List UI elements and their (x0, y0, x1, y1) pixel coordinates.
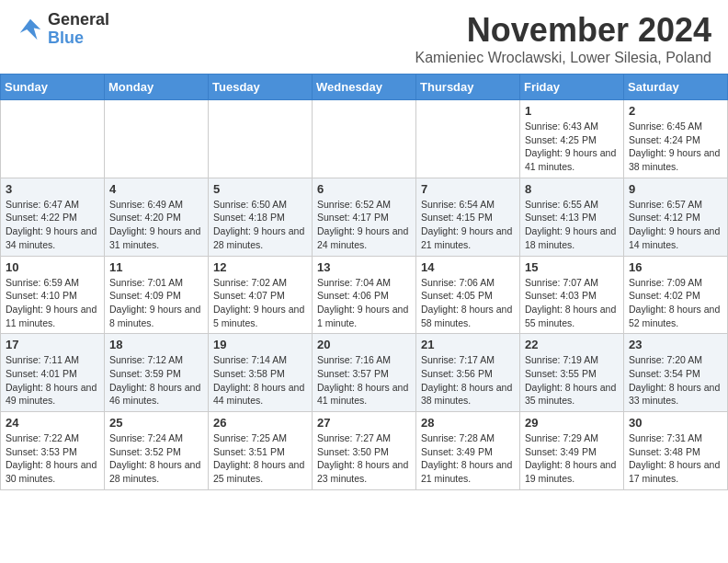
calendar-table: SundayMondayTuesdayWednesdayThursdayFrid… (0, 74, 728, 490)
calendar-header-monday: Monday (105, 75, 209, 100)
day-info: Sunrise: 6:45 AM Sunset: 4:24 PM Dayligh… (629, 120, 722, 174)
day-info: Sunrise: 6:47 AM Sunset: 4:22 PM Dayligh… (6, 198, 99, 252)
day-number: 5 (213, 182, 307, 196)
day-number: 3 (6, 182, 99, 196)
calendar-day-28: 28Sunrise: 7:28 AM Sunset: 3:49 PM Dayli… (416, 412, 520, 490)
logo-text: General Blue (48, 11, 109, 48)
day-info: Sunrise: 6:49 AM Sunset: 4:20 PM Dayligh… (109, 198, 203, 252)
calendar-empty (1, 100, 105, 178)
day-info: Sunrise: 7:25 AM Sunset: 3:51 PM Dayligh… (213, 431, 307, 486)
day-info: Sunrise: 6:50 AM Sunset: 4:18 PM Dayligh… (213, 198, 307, 252)
day-info: Sunrise: 6:55 AM Sunset: 4:13 PM Dayligh… (525, 198, 619, 252)
day-info: Sunrise: 7:17 AM Sunset: 3:56 PM Dayligh… (421, 353, 515, 408)
day-number: 22 (525, 338, 619, 351)
calendar-day-12: 12Sunrise: 7:02 AM Sunset: 4:07 PM Dayli… (209, 256, 313, 334)
logo: General Blue (17, 11, 109, 48)
day-number: 1 (525, 104, 619, 118)
day-number: 16 (629, 260, 722, 274)
day-number: 2 (629, 104, 722, 118)
calendar-day-25: 25Sunrise: 7:24 AM Sunset: 3:52 PM Dayli… (105, 412, 209, 490)
logo-general: General (48, 11, 109, 29)
day-info: Sunrise: 7:19 AM Sunset: 3:55 PM Dayligh… (525, 353, 619, 408)
header: General Blue November 2024 Kamieniec Wro… (0, 0, 728, 74)
calendar-empty (209, 100, 313, 178)
calendar-day-18: 18Sunrise: 7:12 AM Sunset: 3:59 PM Dayli… (105, 334, 209, 412)
day-info: Sunrise: 6:43 AM Sunset: 4:25 PM Dayligh… (525, 120, 619, 174)
day-number: 29 (525, 416, 619, 430)
day-number: 10 (6, 260, 99, 274)
day-number: 8 (525, 182, 619, 196)
calendar-day-22: 22Sunrise: 7:19 AM Sunset: 3:55 PM Dayli… (520, 334, 624, 412)
calendar-week-5: 24Sunrise: 7:22 AM Sunset: 3:53 PM Dayli… (1, 412, 728, 490)
calendar-day-26: 26Sunrise: 7:25 AM Sunset: 3:51 PM Dayli… (209, 412, 313, 490)
calendar-day-30: 30Sunrise: 7:31 AM Sunset: 3:48 PM Dayli… (624, 412, 728, 490)
calendar-header-wednesday: Wednesday (313, 75, 416, 100)
calendar-day-24: 24Sunrise: 7:22 AM Sunset: 3:53 PM Dayli… (1, 412, 105, 490)
calendar-week-1: 1Sunrise: 6:43 AM Sunset: 4:25 PM Daylig… (1, 100, 728, 178)
calendar-day-15: 15Sunrise: 7:07 AM Sunset: 4:03 PM Dayli… (520, 256, 624, 334)
day-info: Sunrise: 6:52 AM Sunset: 4:17 PM Dayligh… (317, 198, 411, 252)
calendar-day-11: 11Sunrise: 7:01 AM Sunset: 4:09 PM Dayli… (105, 256, 209, 334)
day-info: Sunrise: 7:29 AM Sunset: 3:49 PM Dayligh… (525, 431, 619, 486)
calendar-day-13: 13Sunrise: 7:04 AM Sunset: 4:06 PM Dayli… (313, 256, 416, 334)
calendar-day-14: 14Sunrise: 7:06 AM Sunset: 4:05 PM Dayli… (416, 256, 520, 334)
day-number: 11 (109, 260, 203, 274)
calendar-header-friday: Friday (520, 75, 624, 100)
calendar-day-2: 2Sunrise: 6:45 AM Sunset: 4:24 PM Daylig… (624, 100, 728, 178)
day-info: Sunrise: 6:54 AM Sunset: 4:15 PM Dayligh… (421, 198, 515, 252)
day-info: Sunrise: 7:24 AM Sunset: 3:52 PM Dayligh… (109, 431, 203, 486)
day-info: Sunrise: 6:59 AM Sunset: 4:10 PM Dayligh… (6, 276, 99, 330)
day-number: 14 (421, 260, 515, 274)
calendar-empty (313, 100, 416, 178)
day-info: Sunrise: 7:20 AM Sunset: 3:54 PM Dayligh… (629, 353, 722, 408)
calendar-day-23: 23Sunrise: 7:20 AM Sunset: 3:54 PM Dayli… (624, 334, 728, 412)
day-number: 12 (213, 260, 307, 274)
calendar-week-4: 17Sunrise: 7:11 AM Sunset: 4:01 PM Dayli… (1, 334, 728, 412)
day-info: Sunrise: 7:01 AM Sunset: 4:09 PM Dayligh… (109, 276, 203, 330)
calendar-day-27: 27Sunrise: 7:27 AM Sunset: 3:50 PM Dayli… (313, 412, 416, 490)
day-info: Sunrise: 7:02 AM Sunset: 4:07 PM Dayligh… (213, 276, 307, 330)
day-number: 21 (421, 338, 515, 351)
day-number: 7 (421, 182, 515, 196)
calendar-day-19: 19Sunrise: 7:14 AM Sunset: 3:58 PM Dayli… (209, 334, 313, 412)
calendar-header-saturday: Saturday (624, 75, 728, 100)
calendar-day-5: 5Sunrise: 6:50 AM Sunset: 4:18 PM Daylig… (209, 178, 313, 256)
day-number: 24 (6, 416, 99, 430)
day-number: 6 (317, 182, 411, 196)
day-info: Sunrise: 7:14 AM Sunset: 3:58 PM Dayligh… (213, 353, 307, 408)
svg-marker-0 (20, 19, 41, 40)
day-number: 28 (421, 416, 515, 430)
calendar-day-20: 20Sunrise: 7:16 AM Sunset: 3:57 PM Dayli… (313, 334, 416, 412)
month-title: November 2024 (415, 11, 711, 50)
calendar-day-10: 10Sunrise: 6:59 AM Sunset: 4:10 PM Dayli… (1, 256, 105, 334)
calendar-empty (416, 100, 520, 178)
day-info: Sunrise: 7:22 AM Sunset: 3:53 PM Dayligh… (6, 431, 99, 486)
day-info: Sunrise: 7:07 AM Sunset: 4:03 PM Dayligh… (525, 276, 619, 330)
calendar-day-7: 7Sunrise: 6:54 AM Sunset: 4:15 PM Daylig… (416, 178, 520, 256)
logo-blue: Blue (48, 29, 109, 48)
calendar-day-4: 4Sunrise: 6:49 AM Sunset: 4:20 PM Daylig… (105, 178, 209, 256)
day-info: Sunrise: 7:16 AM Sunset: 3:57 PM Dayligh… (317, 353, 411, 408)
calendar-week-3: 10Sunrise: 6:59 AM Sunset: 4:10 PM Dayli… (1, 256, 728, 334)
day-info: Sunrise: 7:31 AM Sunset: 3:48 PM Dayligh… (629, 431, 722, 486)
calendar-header-thursday: Thursday (416, 75, 520, 100)
day-number: 25 (109, 416, 203, 430)
day-number: 26 (213, 416, 307, 430)
calendar-week-2: 3Sunrise: 6:47 AM Sunset: 4:22 PM Daylig… (1, 178, 728, 256)
day-info: Sunrise: 7:11 AM Sunset: 4:01 PM Dayligh… (6, 353, 99, 408)
day-info: Sunrise: 7:06 AM Sunset: 4:05 PM Dayligh… (421, 276, 515, 330)
calendar-day-8: 8Sunrise: 6:55 AM Sunset: 4:13 PM Daylig… (520, 178, 624, 256)
day-number: 17 (6, 338, 99, 351)
calendar-day-1: 1Sunrise: 6:43 AM Sunset: 4:25 PM Daylig… (520, 100, 624, 178)
calendar-day-6: 6Sunrise: 6:52 AM Sunset: 4:17 PM Daylig… (313, 178, 416, 256)
calendar-day-9: 9Sunrise: 6:57 AM Sunset: 4:12 PM Daylig… (624, 178, 728, 256)
title-section: November 2024 Kamieniec Wroclawski, Lowe… (415, 11, 711, 66)
calendar-header-tuesday: Tuesday (209, 75, 313, 100)
day-number: 9 (629, 182, 722, 196)
calendar-day-29: 29Sunrise: 7:29 AM Sunset: 3:49 PM Dayli… (520, 412, 624, 490)
day-info: Sunrise: 6:57 AM Sunset: 4:12 PM Dayligh… (629, 198, 722, 252)
calendar-header-row: SundayMondayTuesdayWednesdayThursdayFrid… (1, 75, 728, 100)
day-number: 30 (629, 416, 722, 430)
day-number: 27 (317, 416, 411, 430)
day-number: 19 (213, 338, 307, 351)
